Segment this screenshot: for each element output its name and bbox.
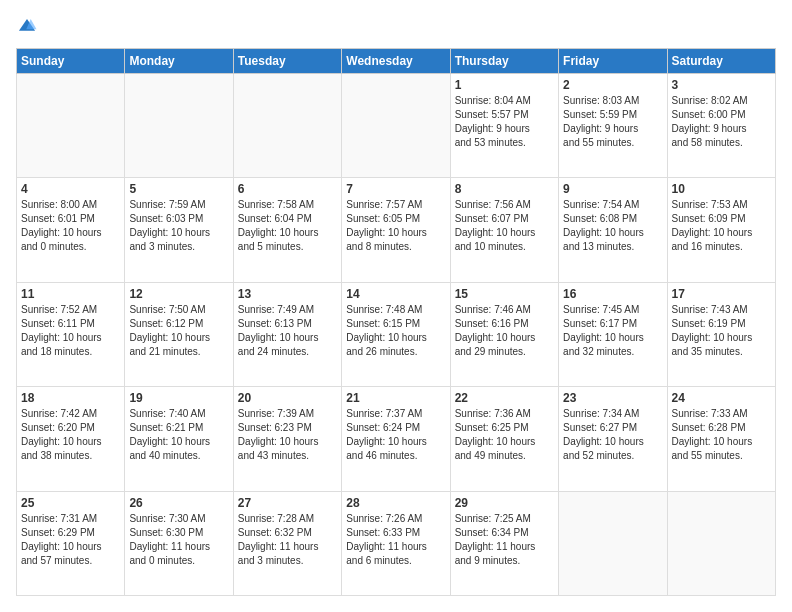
day-number: 14 xyxy=(346,287,445,301)
calendar-table: SundayMondayTuesdayWednesdayThursdayFrid… xyxy=(16,48,776,596)
day-info: Sunrise: 7:57 AM Sunset: 6:05 PM Dayligh… xyxy=(346,198,445,254)
day-info: Sunrise: 7:59 AM Sunset: 6:03 PM Dayligh… xyxy=(129,198,228,254)
day-number: 27 xyxy=(238,496,337,510)
day-info: Sunrise: 8:03 AM Sunset: 5:59 PM Dayligh… xyxy=(563,94,662,150)
weekday-header-wednesday: Wednesday xyxy=(342,49,450,74)
day-number: 17 xyxy=(672,287,771,301)
day-number: 18 xyxy=(21,391,120,405)
day-info: Sunrise: 7:31 AM Sunset: 6:29 PM Dayligh… xyxy=(21,512,120,568)
calendar-day-1: 1Sunrise: 8:04 AM Sunset: 5:57 PM Daylig… xyxy=(450,74,558,178)
logo xyxy=(16,16,42,38)
day-number: 13 xyxy=(238,287,337,301)
calendar-day-18: 18Sunrise: 7:42 AM Sunset: 6:20 PM Dayli… xyxy=(17,387,125,491)
day-info: Sunrise: 7:26 AM Sunset: 6:33 PM Dayligh… xyxy=(346,512,445,568)
calendar-day-4: 4Sunrise: 8:00 AM Sunset: 6:01 PM Daylig… xyxy=(17,178,125,282)
weekday-header-saturday: Saturday xyxy=(667,49,775,74)
calendar-week-4: 18Sunrise: 7:42 AM Sunset: 6:20 PM Dayli… xyxy=(17,387,776,491)
calendar-day-8: 8Sunrise: 7:56 AM Sunset: 6:07 PM Daylig… xyxy=(450,178,558,282)
day-info: Sunrise: 7:25 AM Sunset: 6:34 PM Dayligh… xyxy=(455,512,554,568)
calendar-day-24: 24Sunrise: 7:33 AM Sunset: 6:28 PM Dayli… xyxy=(667,387,775,491)
calendar-day-empty xyxy=(667,491,775,595)
day-number: 23 xyxy=(563,391,662,405)
day-info: Sunrise: 7:45 AM Sunset: 6:17 PM Dayligh… xyxy=(563,303,662,359)
weekday-header-monday: Monday xyxy=(125,49,233,74)
calendar-day-21: 21Sunrise: 7:37 AM Sunset: 6:24 PM Dayli… xyxy=(342,387,450,491)
calendar-day-20: 20Sunrise: 7:39 AM Sunset: 6:23 PM Dayli… xyxy=(233,387,341,491)
calendar-header-row: SundayMondayTuesdayWednesdayThursdayFrid… xyxy=(17,49,776,74)
day-number: 25 xyxy=(21,496,120,510)
calendar-day-10: 10Sunrise: 7:53 AM Sunset: 6:09 PM Dayli… xyxy=(667,178,775,282)
weekday-header-tuesday: Tuesday xyxy=(233,49,341,74)
logo-icon xyxy=(16,16,38,38)
calendar-day-22: 22Sunrise: 7:36 AM Sunset: 6:25 PM Dayli… xyxy=(450,387,558,491)
calendar-day-5: 5Sunrise: 7:59 AM Sunset: 6:03 PM Daylig… xyxy=(125,178,233,282)
calendar-day-2: 2Sunrise: 8:03 AM Sunset: 5:59 PM Daylig… xyxy=(559,74,667,178)
day-number: 11 xyxy=(21,287,120,301)
calendar-day-empty xyxy=(342,74,450,178)
calendar-day-empty xyxy=(125,74,233,178)
calendar-day-15: 15Sunrise: 7:46 AM Sunset: 6:16 PM Dayli… xyxy=(450,282,558,386)
day-number: 9 xyxy=(563,182,662,196)
day-info: Sunrise: 8:04 AM Sunset: 5:57 PM Dayligh… xyxy=(455,94,554,150)
day-number: 15 xyxy=(455,287,554,301)
weekday-header-thursday: Thursday xyxy=(450,49,558,74)
day-info: Sunrise: 7:43 AM Sunset: 6:19 PM Dayligh… xyxy=(672,303,771,359)
day-info: Sunrise: 7:34 AM Sunset: 6:27 PM Dayligh… xyxy=(563,407,662,463)
calendar-day-28: 28Sunrise: 7:26 AM Sunset: 6:33 PM Dayli… xyxy=(342,491,450,595)
day-info: Sunrise: 7:37 AM Sunset: 6:24 PM Dayligh… xyxy=(346,407,445,463)
day-info: Sunrise: 7:39 AM Sunset: 6:23 PM Dayligh… xyxy=(238,407,337,463)
calendar-week-1: 1Sunrise: 8:04 AM Sunset: 5:57 PM Daylig… xyxy=(17,74,776,178)
day-info: Sunrise: 7:42 AM Sunset: 6:20 PM Dayligh… xyxy=(21,407,120,463)
day-info: Sunrise: 7:54 AM Sunset: 6:08 PM Dayligh… xyxy=(563,198,662,254)
day-info: Sunrise: 8:00 AM Sunset: 6:01 PM Dayligh… xyxy=(21,198,120,254)
calendar-day-7: 7Sunrise: 7:57 AM Sunset: 6:05 PM Daylig… xyxy=(342,178,450,282)
day-info: Sunrise: 7:36 AM Sunset: 6:25 PM Dayligh… xyxy=(455,407,554,463)
day-info: Sunrise: 7:52 AM Sunset: 6:11 PM Dayligh… xyxy=(21,303,120,359)
calendar-day-empty xyxy=(17,74,125,178)
calendar-day-3: 3Sunrise: 8:02 AM Sunset: 6:00 PM Daylig… xyxy=(667,74,775,178)
weekday-header-friday: Friday xyxy=(559,49,667,74)
calendar-day-29: 29Sunrise: 7:25 AM Sunset: 6:34 PM Dayli… xyxy=(450,491,558,595)
calendar-day-25: 25Sunrise: 7:31 AM Sunset: 6:29 PM Dayli… xyxy=(17,491,125,595)
day-number: 21 xyxy=(346,391,445,405)
calendar-day-13: 13Sunrise: 7:49 AM Sunset: 6:13 PM Dayli… xyxy=(233,282,341,386)
day-info: Sunrise: 8:02 AM Sunset: 6:00 PM Dayligh… xyxy=(672,94,771,150)
page: SundayMondayTuesdayWednesdayThursdayFrid… xyxy=(0,0,792,612)
day-number: 26 xyxy=(129,496,228,510)
day-number: 6 xyxy=(238,182,337,196)
day-number: 20 xyxy=(238,391,337,405)
day-number: 19 xyxy=(129,391,228,405)
calendar-week-2: 4Sunrise: 8:00 AM Sunset: 6:01 PM Daylig… xyxy=(17,178,776,282)
day-info: Sunrise: 7:40 AM Sunset: 6:21 PM Dayligh… xyxy=(129,407,228,463)
day-number: 4 xyxy=(21,182,120,196)
day-number: 22 xyxy=(455,391,554,405)
weekday-header-sunday: Sunday xyxy=(17,49,125,74)
day-info: Sunrise: 7:48 AM Sunset: 6:15 PM Dayligh… xyxy=(346,303,445,359)
calendar-day-empty xyxy=(559,491,667,595)
day-number: 7 xyxy=(346,182,445,196)
calendar-day-12: 12Sunrise: 7:50 AM Sunset: 6:12 PM Dayli… xyxy=(125,282,233,386)
day-number: 5 xyxy=(129,182,228,196)
day-number: 10 xyxy=(672,182,771,196)
day-info: Sunrise: 7:50 AM Sunset: 6:12 PM Dayligh… xyxy=(129,303,228,359)
day-number: 12 xyxy=(129,287,228,301)
day-info: Sunrise: 7:56 AM Sunset: 6:07 PM Dayligh… xyxy=(455,198,554,254)
day-number: 1 xyxy=(455,78,554,92)
calendar-day-9: 9Sunrise: 7:54 AM Sunset: 6:08 PM Daylig… xyxy=(559,178,667,282)
calendar-day-27: 27Sunrise: 7:28 AM Sunset: 6:32 PM Dayli… xyxy=(233,491,341,595)
calendar-day-empty xyxy=(233,74,341,178)
calendar-day-14: 14Sunrise: 7:48 AM Sunset: 6:15 PM Dayli… xyxy=(342,282,450,386)
calendar-week-5: 25Sunrise: 7:31 AM Sunset: 6:29 PM Dayli… xyxy=(17,491,776,595)
day-number: 8 xyxy=(455,182,554,196)
day-info: Sunrise: 7:30 AM Sunset: 6:30 PM Dayligh… xyxy=(129,512,228,568)
calendar-week-3: 11Sunrise: 7:52 AM Sunset: 6:11 PM Dayli… xyxy=(17,282,776,386)
day-info: Sunrise: 7:58 AM Sunset: 6:04 PM Dayligh… xyxy=(238,198,337,254)
day-number: 16 xyxy=(563,287,662,301)
day-number: 28 xyxy=(346,496,445,510)
day-number: 29 xyxy=(455,496,554,510)
calendar-day-23: 23Sunrise: 7:34 AM Sunset: 6:27 PM Dayli… xyxy=(559,387,667,491)
day-info: Sunrise: 7:53 AM Sunset: 6:09 PM Dayligh… xyxy=(672,198,771,254)
day-number: 24 xyxy=(672,391,771,405)
calendar-day-19: 19Sunrise: 7:40 AM Sunset: 6:21 PM Dayli… xyxy=(125,387,233,491)
day-number: 3 xyxy=(672,78,771,92)
